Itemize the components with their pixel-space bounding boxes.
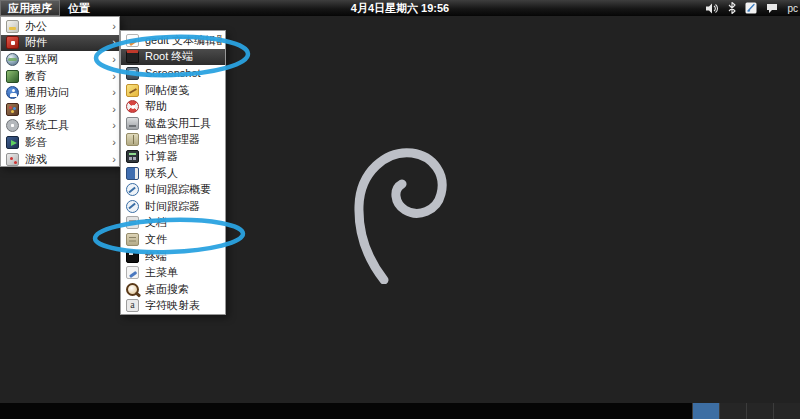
applications-menu-button[interactable]: 应用程序 [0, 0, 60, 16]
menu-item-xpad-notes[interactable]: 阿帖便笺 [121, 82, 225, 99]
chevron-right-icon: › [112, 154, 116, 165]
input-pen-icon[interactable] [745, 2, 757, 14]
xpad-notes-icon [126, 84, 139, 97]
menu-item-label: 时间跟踪器 [145, 199, 222, 214]
hostname-label: pc [787, 3, 798, 14]
menu-item-files[interactable]: 文件 [121, 231, 225, 248]
system-tools-icon [6, 119, 19, 132]
menu-item-screenshot[interactable]: Screenshot [121, 65, 225, 82]
help-icon [126, 100, 139, 113]
universal-access-icon [6, 86, 19, 99]
menu-category-label: 游戏 [25, 152, 106, 167]
menu-category-system-tools[interactable]: 系统工具› [1, 118, 119, 135]
workspace-4[interactable] [773, 403, 800, 419]
chevron-right-icon: › [112, 137, 116, 148]
workspace-2[interactable] [719, 403, 746, 419]
menu-item-label: 桌面搜索 [145, 282, 222, 297]
menu-category-accessories[interactable]: 附件› [1, 35, 119, 52]
menu-item-label: 帮助 [145, 99, 222, 114]
disk-utility-icon [126, 117, 139, 130]
menu-category-games[interactable]: 游戏› [1, 151, 119, 168]
menu-category-label: 附件 [25, 35, 106, 50]
chevron-right-icon: › [112, 120, 116, 131]
games-icon [6, 153, 19, 166]
menu-category-internet[interactable]: 互联网› [1, 51, 119, 68]
menu-item-desktop-search[interactable]: 桌面搜索 [121, 281, 225, 298]
chevron-right-icon: › [112, 54, 116, 65]
menu-category-label: 影音 [25, 135, 106, 150]
gedit-text-editor-icon [126, 34, 139, 47]
menu-item-label: 字符映射表 [145, 298, 222, 313]
menu-item-root-terminal[interactable]: Root 终端 [121, 49, 225, 66]
menu-category-label: 图形 [25, 102, 106, 117]
menu-category-label: 办公 [25, 19, 106, 34]
office-icon [6, 20, 19, 33]
accessories-icon [6, 36, 19, 49]
time-icon [126, 200, 139, 213]
archive-manager-icon [126, 133, 139, 146]
workspace-3[interactable] [746, 403, 773, 419]
menu-category-sound-video[interactable]: 影音› [1, 134, 119, 151]
places-menu-button[interactable]: 位置 [60, 0, 98, 16]
menu-item-label: 联系人 [145, 166, 222, 181]
screenshot-icon [126, 67, 139, 80]
menu-category-education[interactable]: 教育› [1, 68, 119, 85]
chevron-right-icon: › [112, 37, 116, 48]
menu-item-label: Screenshot [145, 67, 222, 79]
documents-icon [126, 216, 139, 229]
menu-item-label: 归档管理器 [145, 132, 222, 147]
chevron-right-icon: › [112, 104, 116, 115]
menu-item-character-map[interactable]: 字符映射表 [121, 298, 225, 315]
menu-item-label: gedit 文本编辑器 [145, 33, 222, 48]
menu-item-calculator[interactable]: 计算器 [121, 148, 225, 165]
volume-icon[interactable] [706, 3, 719, 14]
top-panel: 应用程序 位置 4月4日星期六 19:56 pc [0, 0, 800, 16]
main-menu-icon [126, 266, 139, 279]
menu-item-label: 文件 [145, 232, 222, 247]
menu-category-graphics[interactable]: 图形› [1, 101, 119, 118]
menu-item-main-menu[interactable]: 主菜单 [121, 264, 225, 281]
internet-icon [6, 53, 19, 66]
menu-item-archive-manager[interactable]: 归档管理器 [121, 132, 225, 149]
menu-item-documents[interactable]: 文档 [121, 215, 225, 232]
menu-item-contacts[interactable]: 联系人 [121, 165, 225, 182]
menu-item-gedit-text-editor[interactable]: gedit 文本编辑器 [121, 32, 225, 49]
menu-category-label: 教育 [25, 69, 106, 84]
menu-item-disk-utility[interactable]: 磁盘实用工具 [121, 115, 225, 132]
chevron-right-icon: › [112, 71, 116, 82]
menu-item-label: 终端 [145, 249, 222, 264]
workspace-switcher [692, 403, 800, 419]
menu-item-label: 时间跟踪概要 [145, 182, 222, 197]
graphics-icon [6, 103, 19, 116]
system-tray: pc [706, 0, 798, 16]
menu-category-universal-access[interactable]: 通用访问› [1, 84, 119, 101]
menu-item-time-tracker[interactable]: 时间跟踪器 [121, 198, 225, 215]
menu-item-label: 主菜单 [145, 265, 222, 280]
debian-swirl-logo [348, 142, 452, 284]
bluetooth-icon[interactable] [728, 2, 736, 14]
chat-icon[interactable] [766, 3, 778, 14]
desktop: 应用程序 位置 4月4日星期六 19:56 pc 办公›附件›互联网›教育›通用… [0, 0, 800, 419]
workspace-1[interactable] [692, 403, 719, 419]
chevron-right-icon: › [112, 87, 116, 98]
menu-item-terminal[interactable]: 终端 [121, 248, 225, 265]
menu-item-time-tracking-summary[interactable]: 时间跟踪概要 [121, 181, 225, 198]
bottom-panel [0, 403, 800, 419]
root-terminal-icon [126, 50, 139, 63]
education-icon [6, 70, 19, 83]
menu-item-label: 阿帖便笺 [145, 83, 222, 98]
terminal-icon [126, 250, 139, 263]
time-icon [126, 183, 139, 196]
menu-item-label: 文档 [145, 215, 222, 230]
menu-category-label: 系统工具 [25, 118, 106, 133]
character-map-icon [126, 299, 139, 312]
accessories-submenu: gedit 文本编辑器Root 终端Screenshot阿帖便笺帮助磁盘实用工具… [120, 30, 226, 315]
calculator-icon [126, 150, 139, 163]
menu-item-label: 磁盘实用工具 [145, 116, 222, 131]
menu-category-office[interactable]: 办公› [1, 18, 119, 35]
clock[interactable]: 4月4日星期六 19:56 [351, 0, 449, 16]
menu-item-help[interactable]: 帮助 [121, 98, 225, 115]
chevron-right-icon: › [112, 21, 116, 32]
files-icon [126, 233, 139, 246]
sound-video-icon [6, 136, 19, 149]
